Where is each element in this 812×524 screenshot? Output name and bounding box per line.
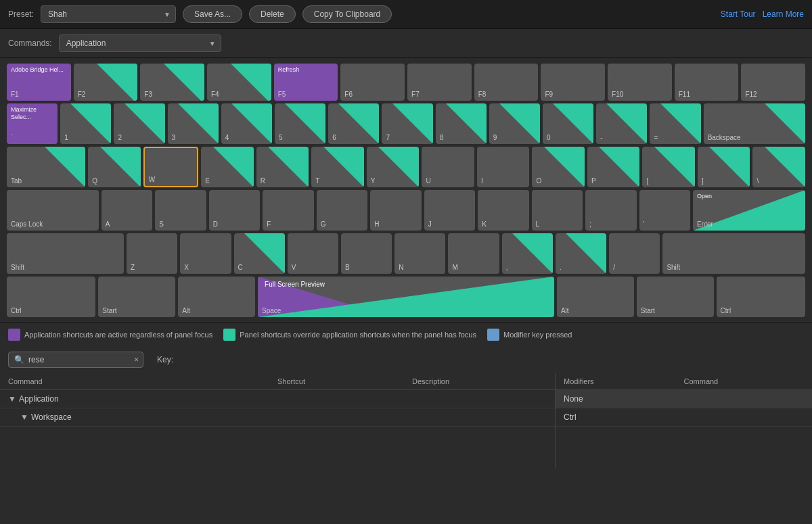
key-f7[interactable]: F7	[407, 64, 472, 101]
key-backtick[interactable]: Maximize Selec... `	[7, 103, 58, 144]
start-tour-link[interactable]: Start Tour	[721, 9, 756, 19]
key-f5[interactable]: Refresh F5	[274, 64, 338, 101]
key-shift-right[interactable]: Shift	[662, 233, 805, 274]
key-7[interactable]: 7	[382, 103, 432, 144]
key-rbracket[interactable]: ]	[698, 147, 750, 187]
key-quote[interactable]: '	[639, 190, 690, 231]
key-alt-right[interactable]: Alt	[557, 277, 634, 317]
green-tri-icon	[231, 103, 272, 144]
key-minus[interactable]: -	[596, 103, 647, 144]
green-tri-icon	[70, 103, 111, 144]
key-l[interactable]: L	[532, 190, 583, 231]
key-i[interactable]: I	[477, 147, 530, 187]
key-f2[interactable]: F2	[74, 64, 138, 101]
right-table-row[interactable]: Ctrl	[556, 408, 812, 427]
key-n[interactable]: N	[394, 233, 445, 274]
key-ctrl-right[interactable]: Ctrl	[717, 277, 805, 317]
expand-icon[interactable]: ▼	[8, 394, 16, 404]
green-tri-icon	[268, 147, 309, 187]
key-f10[interactable]: F10	[608, 64, 672, 101]
delete-button[interactable]: Delete	[249, 5, 296, 23]
key-ctrl-left[interactable]: Ctrl	[7, 277, 95, 317]
search-wrapper[interactable]: 🔍 ×	[8, 352, 143, 368]
zxcv-row: Shift Z X C V B N M	[7, 233, 805, 274]
key-0[interactable]: 0	[543, 103, 593, 144]
key-backspace[interactable]: Backspace	[704, 103, 805, 144]
key-x[interactable]: X	[180, 233, 231, 274]
key-s[interactable]: S	[155, 190, 206, 231]
key-alt-left[interactable]: Alt	[178, 277, 255, 317]
key-f11[interactable]: F11	[675, 64, 739, 101]
key-lbracket[interactable]: [	[642, 147, 695, 187]
expand-icon[interactable]: ▼	[20, 412, 28, 422]
save-as-button[interactable]: Save As...	[183, 5, 242, 23]
key-shift-left[interactable]: Shift	[7, 233, 124, 274]
key-h[interactable]: H	[370, 190, 421, 231]
key-semicolon[interactable]: ;	[585, 190, 636, 231]
key-f12[interactable]: F12	[741, 64, 805, 101]
key-2[interactable]: 2	[114, 103, 164, 144]
key-p[interactable]: P	[587, 147, 640, 187]
key-a[interactable]: A	[102, 190, 152, 231]
right-table-row[interactable]: None	[556, 390, 812, 408]
key-d[interactable]: D	[209, 190, 260, 231]
key-f8[interactable]: F8	[474, 64, 539, 101]
key-y[interactable]: Y	[367, 147, 420, 187]
key-b[interactable]: B	[341, 233, 392, 274]
key-5[interactable]: 5	[275, 103, 325, 144]
search-clear-button[interactable]: ×	[134, 355, 139, 364]
key-comma[interactable]: ,	[502, 233, 553, 274]
key-8[interactable]: 8	[436, 103, 487, 144]
key-enter[interactable]: Open Enter	[693, 190, 805, 231]
key-w[interactable]: W	[143, 147, 199, 187]
key-period[interactable]: .	[556, 233, 606, 274]
key-v[interactable]: V	[288, 233, 338, 274]
key-z[interactable]: Z	[127, 233, 177, 274]
key-f9[interactable]: F9	[541, 64, 605, 101]
key-t[interactable]: T	[311, 147, 364, 187]
key-f3[interactable]: F3	[140, 64, 204, 101]
key-e[interactable]: E	[201, 147, 254, 187]
preset-label: Preset:	[8, 9, 34, 19]
key-capslock[interactable]: Caps Lock	[7, 190, 99, 231]
key-f[interactable]: F	[263, 190, 313, 231]
key-backslash[interactable]: \	[752, 147, 805, 187]
key-f1[interactable]: Adobe Bridge Hel... F1	[7, 64, 71, 101]
green-tri-icon	[392, 103, 433, 144]
table-row[interactable]: ▼ Workspace	[0, 408, 555, 427]
row-workspace-label: Workspace	[31, 412, 261, 422]
preset-select[interactable]: Shah	[41, 5, 176, 23]
key-m[interactable]: M	[448, 233, 499, 274]
col-modifiers: Modifiers	[564, 377, 684, 385]
key-1[interactable]: 1	[60, 103, 111, 144]
table-row[interactable]: ▼ Application	[0, 390, 555, 408]
key-o[interactable]: O	[532, 147, 585, 187]
learn-more-link[interactable]: Learn More	[763, 9, 804, 19]
commands-select[interactable]: Application	[59, 34, 221, 52]
col-shortcut: Shortcut	[277, 377, 412, 385]
key-space[interactable]: Full Screen Preview Space	[258, 277, 554, 317]
key-g[interactable]: G	[317, 190, 367, 231]
key-k[interactable]: K	[478, 190, 528, 231]
key-tab[interactable]: Tab	[7, 147, 85, 187]
key-f4[interactable]: F4	[207, 64, 271, 101]
key-4[interactable]: 4	[221, 103, 272, 144]
key-r[interactable]: R	[256, 147, 309, 187]
key-start-right[interactable]: Start	[637, 277, 714, 317]
key-f6[interactable]: F6	[340, 64, 405, 101]
key-q[interactable]: Q	[88, 147, 141, 187]
key-start-left[interactable]: Start	[98, 277, 175, 317]
search-input[interactable]	[28, 355, 130, 364]
search-icon: 🔍	[14, 355, 24, 364]
key-c[interactable]: C	[234, 233, 285, 274]
key-equals[interactable]: =	[650, 103, 700, 144]
row-application-label: Application	[19, 394, 254, 404]
key-slash[interactable]: /	[609, 233, 660, 274]
green-tri-icon	[654, 147, 695, 187]
key-9[interactable]: 9	[489, 103, 540, 144]
key-u[interactable]: U	[422, 147, 474, 187]
copy-clipboard-button[interactable]: Copy To Clipboard	[302, 5, 392, 23]
key-3[interactable]: 3	[168, 103, 219, 144]
key-6[interactable]: 6	[328, 103, 379, 144]
key-j[interactable]: J	[424, 190, 475, 231]
